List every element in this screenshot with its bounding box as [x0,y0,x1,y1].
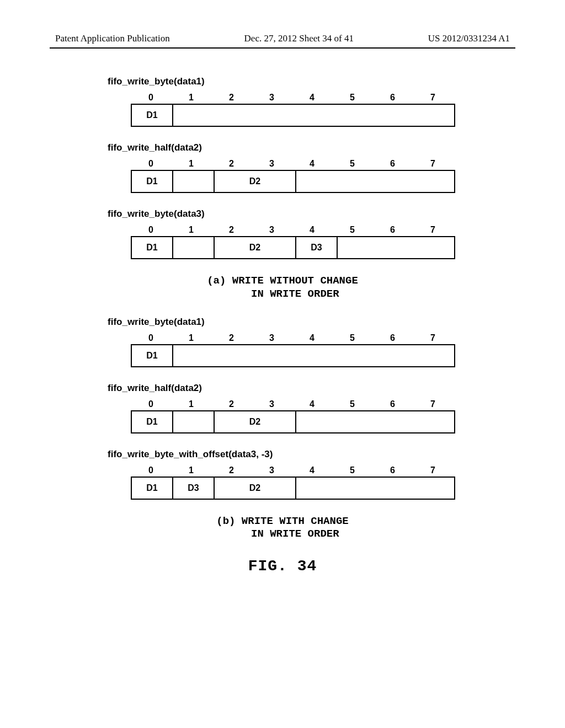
header-left: Patent Application Publication [55,33,170,44]
fn-label: fifo_write_byte(data1) [108,76,515,87]
cell: D2 [215,171,296,192]
group-a-step-3: fifo_write_byte(data3) 0 1 2 3 4 5 6 7 D… [108,208,515,259]
cell: D1 [132,171,173,192]
byte-strip: D1 D2 [131,170,455,193]
byte-strip: D1 D3 D2 [131,477,455,500]
cell: D1 [132,105,173,126]
header-center: Dec. 27, 2012 Sheet 34 of 41 [244,33,354,44]
index-row: 0 1 2 3 4 5 6 7 [131,399,515,410]
fn-label: fifo_write_half(data2) [108,142,515,153]
cell: D3 [173,478,215,499]
group-b-step-3: fifo_write_byte_with_offset(data3, -3) 0… [108,449,515,500]
index-row: 0 1 2 3 4 5 6 7 [131,333,515,344]
page-header: Patent Application Publication Dec. 27, … [50,33,515,44]
figure-label: FIG. 34 [50,558,515,575]
cell-empty [338,237,454,258]
cell: D2 [215,237,296,258]
index-row: 0 1 2 3 4 5 6 7 [131,93,515,104]
byte-strip: D1 D2 [131,410,455,433]
cell-empty [173,345,454,366]
group-a-step-1: fifo_write_byte(data1) 0 1 2 3 4 5 6 7 D… [108,76,515,127]
cell: D1 [132,345,173,366]
index-row: 0 1 2 3 4 5 6 7 [131,159,515,170]
byte-strip: D1 [131,344,455,367]
cell-empty [173,105,454,126]
cell-empty [296,478,454,499]
group-b-step-2: fifo_write_half(data2) 0 1 2 3 4 5 6 7 D… [108,383,515,433]
group-a-step-2: fifo_write_half(data2) 0 1 2 3 4 5 6 7 D… [108,142,515,193]
cell: D2 [215,478,296,499]
cell [173,237,215,258]
index-row: 0 1 2 3 4 5 6 7 [131,225,515,236]
fn-label: fifo_write_byte_with_offset(data3, -3) [108,449,515,460]
byte-strip: D1 D2 D3 [131,236,455,259]
cell-empty [296,171,454,192]
caption-a: (a) WRITE WITHOUT CHANGE IN WRITE ORDER [50,275,515,301]
cell: D3 [296,237,338,258]
index-row: 0 1 2 3 4 5 6 7 [131,465,515,477]
cell [173,171,215,192]
fn-label: fifo_write_half(data2) [108,383,515,394]
cell: D2 [215,411,296,432]
fn-label: fifo_write_byte(data1) [108,317,515,328]
cell: D1 [132,478,173,499]
byte-strip: D1 [131,104,455,127]
caption-b: (b) WRITE WITH CHANGE IN WRITE ORDER [50,515,515,542]
header-right: US 2012/0331234 A1 [428,33,510,44]
fn-label: fifo_write_byte(data3) [108,208,515,220]
cell: D1 [132,237,173,258]
cell [173,411,215,432]
cell: D1 [132,411,173,432]
header-rule [50,47,515,49]
cell-empty [296,411,454,432]
group-b-step-1: fifo_write_byte(data1) 0 1 2 3 4 5 6 7 D… [108,317,515,367]
